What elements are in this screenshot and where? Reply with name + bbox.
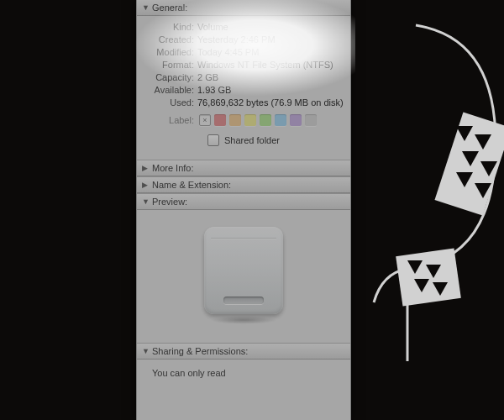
label-created: Created: (144, 34, 194, 46)
label-swatch-list: × (199, 114, 320, 126)
value-used: 76,869,632 bytes (76.9 MB on disk) (197, 97, 344, 109)
drive-slot (223, 297, 264, 304)
get-info-panel: ▼ General: Kind: Volume Created: Yesterd… (136, 0, 351, 420)
label-used: Used: (144, 97, 194, 109)
drive-shadow (210, 316, 277, 324)
value-capacity: 2 GB (197, 71, 344, 84)
row-created: Created: Yesterday 2:46 PM (144, 34, 344, 46)
section-header-name-extension[interactable]: ▶ Name & Extension: (137, 176, 350, 193)
disclosure-right-icon: ▶ (142, 164, 150, 172)
disclosure-right-icon: ▶ (142, 181, 150, 189)
label-swatch-4[interactable] (275, 114, 286, 126)
section-header-sharing[interactable]: ▼ Sharing & Permissions: (137, 343, 350, 360)
section-title: Preview: (152, 197, 187, 207)
label-swatch-5[interactable] (290, 114, 302, 126)
value-modified: Today 4:45 PM (197, 46, 344, 59)
row-kind: Kind: Volume (144, 21, 344, 34)
label-swatch-0[interactable] (214, 114, 226, 126)
label-swatch-3[interactable] (260, 114, 271, 126)
row-modified: Modified: Today 4:45 PM (144, 46, 344, 59)
disclosure-down-icon: ▼ (142, 347, 150, 355)
section-header-general[interactable]: ▼ General: (137, 0, 350, 16)
row-capacity: Capacity: 2 GB (144, 71, 344, 84)
sharing-message: You can only read (152, 368, 226, 378)
row-used: Used: 76,869,632 bytes (76.9 MB on disk) (144, 97, 344, 109)
label-available: Available: (144, 84, 194, 97)
disclosure-down-icon: ▼ (142, 197, 150, 206)
label-swatch-2[interactable] (244, 114, 256, 126)
label-kind: Kind: (144, 21, 194, 34)
volume-drive-icon (202, 227, 286, 326)
label-modified: Modified: (144, 46, 194, 59)
value-available: 1.93 GB (197, 84, 344, 97)
value-created: Yesterday 2:46 PM (197, 34, 344, 46)
desktop-wallpaper-art (344, 0, 504, 420)
row-shared-folder: Shared folder (144, 126, 344, 155)
section-header-preview[interactable]: ▼ Preview: (137, 193, 350, 210)
section-title: Sharing & Permissions: (152, 346, 248, 356)
label-label: Label: (144, 115, 194, 125)
shared-folder-label: Shared folder (224, 135, 280, 145)
general-section-body: Kind: Volume Created: Yesterday 2:46 PM … (137, 16, 350, 160)
label-swatch-none[interactable]: × (199, 114, 211, 126)
label-capacity: Capacity: (144, 71, 194, 84)
section-header-more-info[interactable]: ▶ More Info: (137, 160, 350, 176)
disclosure-down-icon: ▼ (142, 3, 150, 12)
label-swatch-1[interactable] (229, 114, 241, 126)
drive-body (204, 227, 283, 314)
label-swatch-6[interactable] (305, 114, 317, 126)
wallpaper-glyph (349, 0, 504, 420)
value-format: Windows NT File System (NTFS) (197, 59, 344, 71)
row-label-colors: Label: × (144, 114, 344, 126)
svg-rect-1 (396, 248, 461, 306)
desktop-background: ▼ General: Kind: Volume Created: Yesterd… (0, 0, 504, 420)
row-available: Available: 1.93 GB (144, 84, 344, 97)
preview-body (137, 210, 350, 343)
row-format: Format: Windows NT File System (NTFS) (144, 59, 344, 71)
shared-folder-checkbox[interactable] (207, 134, 219, 146)
drive-top-seam (211, 238, 276, 239)
label-format: Format: (144, 59, 194, 71)
section-title: More Info: (152, 163, 194, 173)
section-title: General: (152, 3, 187, 13)
section-title: Name & Extension: (152, 180, 231, 190)
sharing-body: You can only read (137, 360, 350, 386)
value-kind: Volume (197, 21, 344, 34)
